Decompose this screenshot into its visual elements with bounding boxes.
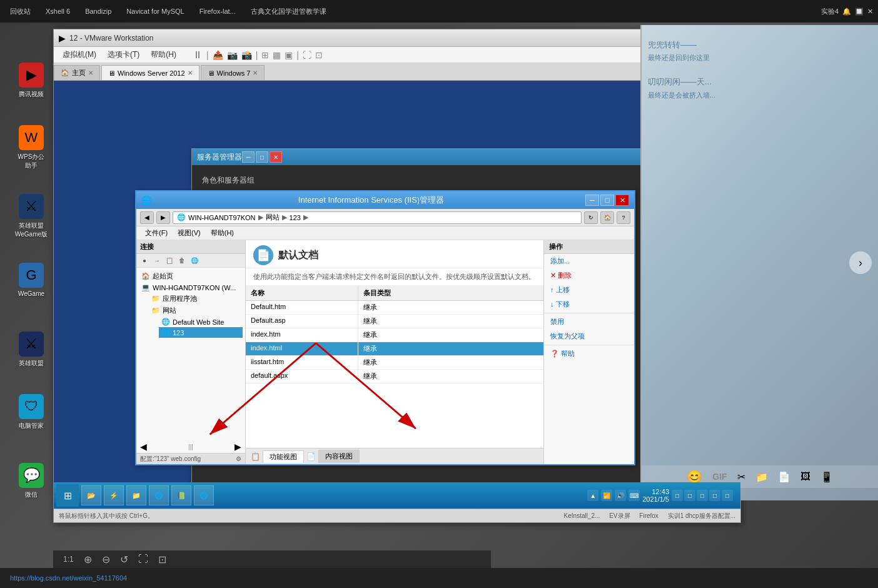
zoom-in-btn[interactable]: ⊕ (84, 554, 92, 565)
op-move-up[interactable]: ↑ 上移 (544, 283, 634, 297)
op-disable[interactable]: 禁用 (544, 315, 634, 329)
tree-item-sites[interactable]: 📁 网站 (149, 305, 243, 317)
zoom-out-btn[interactable]: ⊖ (102, 554, 110, 565)
op-move-down[interactable]: ↓ 下移 (544, 297, 634, 312)
op-restore-parent[interactable]: 恢复为父项 (544, 329, 634, 343)
tree-tool-5[interactable]: 🌐 (189, 256, 200, 266)
tray-icon-1[interactable]: ▲ (587, 490, 598, 501)
op-add[interactable]: 添加... (544, 254, 634, 268)
chat-next-btn[interactable]: › (849, 251, 872, 274)
op-help[interactable]: ❓ 帮助 (544, 347, 634, 361)
tab-win7[interactable]: 🖥 Windows 7 ✕ (201, 65, 265, 80)
tray-right-3[interactable]: □ (697, 490, 708, 501)
tree-item-default-site[interactable]: 🌐 Default Web Site (159, 317, 243, 327)
tray-right-5[interactable]: □ (722, 490, 733, 501)
iis-home-btn[interactable]: 🏠 (600, 211, 614, 224)
tab-win2012-close[interactable]: ✕ (188, 69, 193, 76)
emoji-scissors[interactable]: ✂ (737, 471, 745, 483)
vm-snapshot-btn[interactable]: 📷 (227, 50, 238, 60)
tree-tool-3[interactable]: 📋 (164, 256, 175, 266)
iis-maximize-btn[interactable]: □ (600, 195, 614, 206)
taskbar-close[interactable]: ✕ (867, 8, 873, 16)
zoom-reset-btn[interactable]: ↺ (120, 554, 128, 565)
sm-close[interactable]: ✕ (270, 151, 282, 163)
taskbar-recycle[interactable]: 回收站 (5, 6, 36, 18)
op-delete[interactable]: ✕ 删除 (544, 268, 634, 283)
iis-menu-view[interactable]: 视图(V) (173, 227, 206, 239)
iis-status-icon[interactable]: ⚙ (236, 455, 241, 462)
iis-back-btn[interactable]: ◀ (140, 211, 154, 224)
vm-pause-btn[interactable]: ⏸ (193, 49, 203, 61)
tree-scroll-right[interactable]: ▶ (235, 442, 241, 452)
iis-refresh-btn[interactable]: ↻ (584, 211, 598, 224)
vmware-menu-vm[interactable]: 虚拟机(M) (58, 48, 101, 61)
vm-start-button[interactable]: ⊞ (56, 484, 79, 507)
tree-tool-1[interactable]: ● (139, 256, 150, 266)
vm-task-ps[interactable]: ⚡ (104, 485, 124, 505)
iis-menu-help[interactable]: 帮助(H) (206, 227, 239, 239)
st-item-1[interactable]: KeInstall_2... (564, 512, 600, 519)
iis-row-default-aspx[interactable]: default.aspx 继承 (246, 370, 543, 383)
iis-close-btn[interactable]: ✕ (615, 195, 629, 206)
vm-full-btn[interactable]: ⊡ (315, 50, 323, 60)
vm-send-btn[interactable]: 📤 (213, 50, 223, 60)
zoom-fit-btn[interactable]: ⛶ (138, 554, 148, 565)
vm-resize-btn[interactable]: ⛶ (303, 50, 311, 60)
tab-win7-close[interactable]: ✕ (253, 69, 258, 76)
vm-view-btn[interactable]: ⊞ (261, 50, 269, 60)
tree-tool-4[interactable]: 🗑 (176, 256, 188, 266)
st-item-2[interactable]: EV录屏 (609, 512, 630, 519)
tray-right-4[interactable]: □ (709, 490, 720, 501)
desktop-icon-wegame[interactable]: G WeGame (13, 263, 50, 297)
tree-item-start[interactable]: 🏠 起始页 (139, 270, 243, 282)
st-item-4[interactable]: 实训1 dhcp服务器配置... (668, 512, 735, 519)
iis-row-index-html[interactable]: index.html 继承 (246, 342, 543, 356)
desktop-icon-pcmanager[interactable]: 🛡 电脑管家 (13, 394, 50, 430)
tray-icon-2[interactable]: 📶 (601, 490, 612, 501)
sm-maximize[interactable]: □ (256, 151, 268, 163)
desktop-icon-wps[interactable]: W WPS办公助手 (13, 125, 50, 170)
taskbar-maximize[interactable]: 🔲 (855, 8, 864, 16)
tab-win2012[interactable]: 🖥 Windows Server 2012 ✕ (101, 65, 199, 80)
iis-help-btn[interactable]: ? (617, 211, 630, 224)
iis-row-index-htm[interactable]: index.htm 继承 (246, 328, 543, 342)
tree-item-server[interactable]: 💻 WIN-HGANDT97KON (W... (139, 282, 243, 293)
emoji-image[interactable]: 🖼 (800, 471, 810, 482)
sm-minimize[interactable]: ─ (242, 151, 255, 163)
vmware-menu-tab[interactable]: 选项卡(T) (103, 48, 144, 61)
st-item-3[interactable]: Firefox (639, 512, 658, 519)
tray-right-2[interactable]: □ (684, 490, 695, 501)
zoom-export-btn[interactable]: ⊡ (158, 554, 166, 565)
tree-item-123[interactable]: 🌐 123 (159, 327, 243, 338)
desktop-icon-lol[interactable]: ⚔ 英雄联盟 (13, 332, 50, 368)
vm-task-network[interactable]: 🌐 (194, 485, 214, 505)
vm-task-store[interactable]: 📗 (171, 485, 191, 505)
iis-tab-content[interactable]: 内容视图 (318, 450, 360, 463)
vm-view2-btn[interactable]: ▦ (273, 50, 281, 60)
emoji-file[interactable]: 📄 (778, 471, 790, 483)
iis-forward-btn[interactable]: ▶ (156, 211, 170, 224)
emoji-phone[interactable]: 📱 (820, 471, 833, 483)
tab-home[interactable]: 🏠 主页 ✕ (54, 65, 100, 80)
iis-row-default-htm[interactable]: Default.htm 继承 (246, 301, 543, 315)
tray-icon-4[interactable]: ⌨ (628, 490, 640, 501)
tray-right-1[interactable]: □ (672, 490, 683, 501)
taskbar-bandizip[interactable]: Bandizip (80, 6, 116, 16)
iis-minimize-btn[interactable]: ─ (585, 195, 599, 206)
iis-menu-file[interactable]: 文件(F) (140, 227, 173, 239)
vm-view3-btn[interactable]: ▣ (285, 50, 293, 60)
vm-task-ie[interactable]: 🌐 (149, 485, 169, 505)
taskbar-bell[interactable]: 🔔 (842, 8, 851, 16)
desktop-icon-lol-wegame[interactable]: ⚔ 英雄联盟WeGame版 (13, 194, 50, 239)
tree-scroll-left[interactable]: ◀ (140, 442, 147, 452)
tab-home-close[interactable]: ✕ (88, 69, 93, 76)
vm-snap2-btn[interactable]: 📸 (241, 50, 252, 60)
tree-item-apppool[interactable]: 📁 应用程序池 (149, 293, 243, 305)
taskbar-culture[interactable]: 古典文化国学进管教学课 (246, 6, 331, 18)
desktop-icon-wechat[interactable]: 💬 微信 (13, 463, 50, 499)
emoji-folder2[interactable]: 📁 (755, 471, 768, 483)
tree-tool-2[interactable]: → (151, 256, 163, 266)
vm-task-explorer[interactable]: 📂 (81, 485, 101, 505)
vm-screen[interactable]: 服务器管理器 ─ □ ✕ 角色和服务器组 角色: 3 | 服务器组: 1 | 服… (54, 81, 740, 509)
desktop-icon-qqvideo[interactable]: ▶ 腾讯视频 (13, 63, 50, 99)
